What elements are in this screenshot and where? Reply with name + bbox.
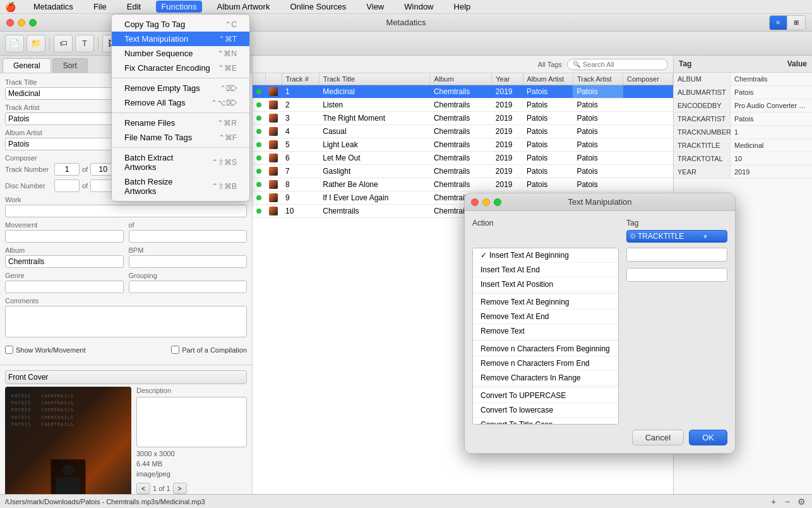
action-remove-text[interactable]: Remove Text [473, 324, 618, 339]
table-row[interactable]: 4 Casual Chemtrails 2019 Patois Patois [253, 125, 673, 138]
window-title: Metadatics [386, 18, 426, 27]
menu-help[interactable]: Help [449, 1, 476, 13]
track-number-input[interactable] [54, 163, 80, 176]
col-track-title[interactable]: Track Title [319, 73, 430, 85]
table-row[interactable]: 5 Light Leak Chemtrails 2019 Patois Pato… [253, 138, 673, 152]
action-uppercase[interactable]: Convert To UPPERCASE [473, 389, 618, 403]
action-lowercase[interactable]: Convert To lowercase [473, 403, 618, 418]
col-track-num[interactable]: Track # [282, 73, 319, 85]
part-of-compilation-checkbox[interactable] [171, 346, 179, 354]
bpm-label: BPM [129, 246, 248, 254]
comments-textarea[interactable] [5, 306, 247, 337]
artwork-next-button[interactable]: > [173, 483, 187, 494]
view-toggle-grid[interactable]: ⊞ [787, 16, 805, 30]
menu-item-rename-files[interactable]: Rename Files ⌃⌘R [112, 116, 249, 130]
album-field: Album [5, 246, 124, 268]
artwork-text-overlay: PATOIS CHEMTRAILS PATOIS CHEMTRAILS PATO… [11, 393, 125, 428]
bpm-field: BPM [129, 246, 248, 268]
col-composer[interactable]: Composer [623, 73, 673, 85]
album-input[interactable] [5, 255, 124, 268]
titlebar-toolbar: ≡ ⊞ [769, 15, 806, 30]
dialog-minimize-button[interactable] [482, 198, 490, 206]
menu-item-copy-tag-to-tag[interactable]: Copy Tag To Tag ⌃C [112, 17, 249, 32]
menu-file[interactable]: File [88, 1, 112, 13]
grouping-input[interactable] [129, 281, 248, 293]
col-album[interactable]: Album [430, 73, 492, 85]
ok-button[interactable]: OK [689, 430, 727, 445]
menu-online-sources[interactable]: Online Sources [285, 1, 351, 13]
tag-value: Chemtrails [731, 73, 812, 85]
action-insert-end[interactable]: Insert Text At End [473, 263, 618, 277]
col-track-artist[interactable]: Track Artist [573, 73, 623, 85]
dialog-text-input-2[interactable] [626, 268, 727, 282]
toolbar-new-button[interactable]: 📄 [5, 35, 24, 52]
statusbar-settings-button[interactable]: ⚙ [796, 496, 807, 507]
tag-value-input[interactable] [638, 232, 701, 241]
action-remove-n-end[interactable]: Remove n Characters From End [473, 356, 618, 371]
action-insert-beginning[interactable]: Insert Text At Beginning [473, 248, 618, 263]
menu-item-remove-empty-tags[interactable]: Remove Empty Tags ⌃⌦ [112, 81, 249, 95]
tag-value: Patois [731, 86, 812, 99]
tag-row-year: YEAR 2019 [674, 166, 812, 179]
movement-total-input[interactable] [129, 230, 248, 243]
table-row[interactable]: 7 Gaslight Chemtrails 2019 Patois Patois [253, 165, 673, 178]
menu-item-remove-all-tags[interactable]: Remove All Tags ⌃⌥⌦ [112, 95, 249, 110]
menu-view[interactable]: View [361, 1, 389, 13]
table-row[interactable]: 6 Let Me Out Chemtrails 2019 Patois Pato… [253, 152, 673, 165]
toolbar-open-button[interactable]: 📁 [27, 35, 45, 52]
dialog-maximize-button[interactable] [494, 198, 501, 206]
tag-dropdown-icon[interactable]: ▼ [702, 233, 708, 240]
tab-general[interactable]: General [3, 58, 51, 73]
table-row[interactable]: 8 Rather Be Alone Chemtrails 2019 Patois… [253, 178, 673, 191]
toolbar-tag-button[interactable]: 🏷 [54, 35, 73, 52]
tag-key: ENCODEDBY [674, 99, 731, 112]
apple-menu[interactable]: 🍎 [5, 2, 16, 12]
genre-input[interactable] [5, 281, 124, 293]
menu-album-artwork[interactable]: Album Artwork [212, 1, 275, 13]
menu-item-file-name-to-tags[interactable]: File Name To Tags ⌃⌘F [112, 130, 249, 145]
menu-window[interactable]: Window [399, 1, 438, 13]
tab-sort[interactable]: Sort [52, 58, 88, 73]
action-remove-end[interactable]: Remove Text At End [473, 310, 618, 324]
statusbar-add-button[interactable]: + [768, 496, 779, 507]
table-row[interactable]: 1 Medicinal Chemtrails 2019 Patois Patoi… [253, 85, 673, 99]
menu-item-number-sequence[interactable]: Number Sequence ⌃⌘N [112, 46, 249, 61]
artwork-description-input[interactable] [136, 397, 247, 447]
dialog-titlebar: Text Manipulation [465, 193, 735, 211]
menu-metadatics[interactable]: Metadatics [28, 1, 78, 13]
minimize-button[interactable] [18, 19, 25, 27]
menu-functions[interactable]: Functions [156, 1, 201, 13]
col-year[interactable]: Year [492, 73, 523, 85]
artwork-type-select[interactable]: Front Cover [5, 370, 247, 384]
action-remove-n-beginning[interactable]: Remove n Characters From Beginning [473, 342, 618, 356]
action-insert-position[interactable]: Insert Text At Position [473, 277, 618, 292]
disc-number-input[interactable] [54, 179, 80, 192]
search-input[interactable] [583, 61, 662, 68]
dialog-buttons: Cancel OK [472, 430, 727, 445]
bpm-input[interactable] [129, 255, 248, 268]
toolbar-text-button[interactable]: T [75, 35, 94, 52]
table-row[interactable]: 3 The Right Moment Chemtrails 2019 Patoi… [253, 112, 673, 125]
menu-edit[interactable]: Edit [122, 1, 146, 13]
tags-panel-header: Tag Value [674, 56, 812, 73]
dialog-close-button[interactable] [471, 198, 479, 206]
menu-item-text-manipulation[interactable]: Text Manipulation ⌃⌘T [112, 32, 249, 46]
table-row[interactable]: 2 Listen Chemtrails 2019 Patois Patois [253, 99, 673, 112]
col-album-artist[interactable]: Album Artist [523, 73, 573, 85]
action-remove-range[interactable]: Remove Characters In Range [473, 371, 618, 385]
movement-input[interactable] [5, 230, 124, 243]
close-button[interactable] [6, 19, 14, 27]
action-remove-beginning[interactable]: Remove Text At Beginning [473, 295, 618, 310]
artwork-prev-button[interactable]: < [136, 483, 150, 494]
view-toggle-list[interactable]: ≡ [770, 16, 787, 30]
maximize-button[interactable] [29, 19, 37, 27]
action-title-case[interactable]: Convert To Title Case [473, 418, 618, 425]
cancel-button[interactable]: Cancel [632, 430, 684, 445]
show-work-movement-checkbox[interactable] [5, 346, 13, 354]
menu-item-batch-extract-artworks[interactable]: Batch Extract Artworks ⌃⇧⌘S [112, 150, 249, 174]
menu-item-batch-resize-artworks[interactable]: Batch Resize Artworks ⌃⇧⌘B [112, 174, 249, 198]
dialog-text-input-1[interactable] [626, 248, 727, 262]
statusbar-remove-button[interactable]: − [782, 496, 793, 507]
menu-item-fix-character-encoding[interactable]: Fix Character Encoding ⌃⌘E [112, 61, 249, 75]
work-input[interactable] [5, 205, 247, 217]
